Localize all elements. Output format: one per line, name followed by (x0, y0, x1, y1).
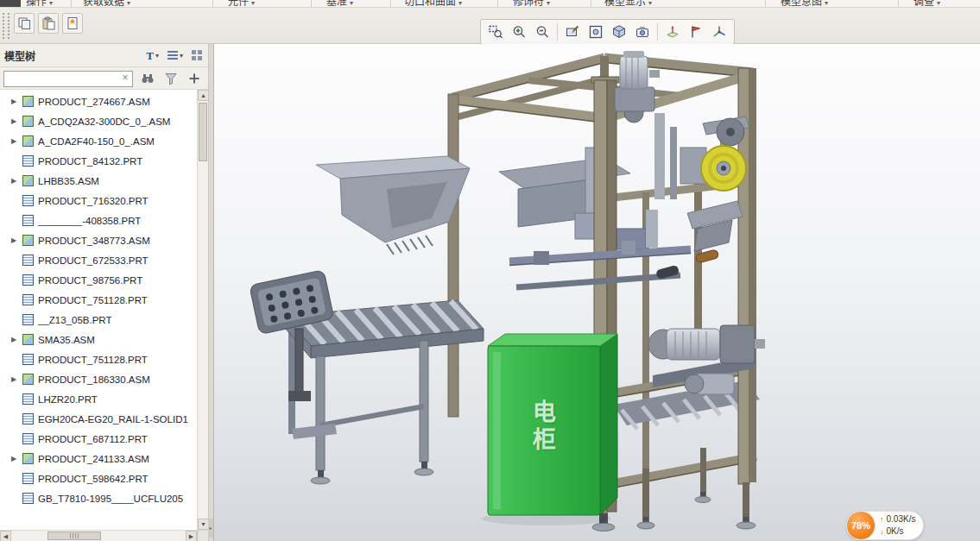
add-column-button[interactable] (186, 70, 203, 87)
clipboard-paste-icon-button[interactable] (38, 13, 59, 34)
graphics-area[interactable]: 电柜 (214, 44, 980, 541)
duplicate-icon-button[interactable] (14, 13, 35, 34)
chevron-down-icon: ▾ (180, 52, 183, 60)
tree-row[interactable]: ▶ EGH20CA-EG20_RAIL-1-SOLID1 (0, 409, 197, 429)
usage-badge[interactable]: 78% (846, 511, 876, 540)
repaint-icon (565, 24, 580, 40)
favorite-document-icon-button[interactable]: * (62, 13, 83, 34)
ribbon-strip: 操作▾ 获取数据▾ 元件▾ 基准▾ 切口和曲面▾ 修饰符▾ 模型显示▾ 模型意图… (0, 0, 980, 8)
refit-button[interactable] (585, 22, 607, 42)
model-name: PRODUCT_598642.PRT (38, 474, 149, 484)
tree-row[interactable]: ▶ LHBB35.ASM (0, 171, 197, 191)
ribbon-group-datum[interactable]: 基准▾ (326, 0, 353, 8)
ribbon-group-model-intent[interactable]: 模型意图▾ (781, 0, 828, 8)
scroll-right-icon[interactable]: ▶ (186, 531, 197, 541)
datum-display-button[interactable] (661, 22, 684, 42)
model-name: PRODUCT_348773.ASM (38, 236, 150, 246)
tree-row[interactable]: ▶ PRODUCT_672533.PRT (0, 250, 197, 270)
panel-splitter[interactable]: ▸ (208, 44, 213, 541)
hopper-chute[interactable] (316, 156, 470, 255)
tree-row[interactable]: ▶ PRODUCT_98756.PRT (0, 270, 197, 290)
network-monitor-overlay[interactable]: 78% ↑0.03K/s ↓0K/s (846, 511, 924, 540)
expand-arrow-icon[interactable]: ▶ (11, 375, 22, 383)
tree-row[interactable]: ▶ SMA35.ASM (0, 330, 197, 349)
tree-row[interactable]: ▶ PRODUCT_241133.ASM (0, 449, 197, 469)
expand-arrow-icon[interactable]: ▶ (11, 177, 22, 185)
tree-display-options-button[interactable]: ▾ (166, 47, 185, 64)
model-name: LHBB35.ASM (38, 176, 99, 186)
tree-horizontal-scrollbar[interactable]: ◀ ▶ (0, 530, 208, 541)
ribbon-group-component[interactable]: 元件▾ (228, 0, 255, 8)
tree-row[interactable]: ▶ PRODUCT_274667.ASM (0, 91, 197, 111)
ribbon-group-operations[interactable]: 操作▾ (26, 0, 53, 8)
tree-row[interactable]: ▶ PRODUCT_348773.ASM (0, 230, 197, 250)
ribbon-group-get-data[interactable]: 获取数据▾ (83, 0, 130, 8)
expand-arrow-icon[interactable]: ▶ (11, 137, 22, 145)
scroll-track[interactable] (198, 101, 208, 519)
scroll-thumb[interactable] (199, 103, 207, 161)
chevron-down-icon: ▾ (350, 0, 353, 7)
model-name: LHZR20.PRT (38, 394, 98, 405)
toolbar-band: * (0, 8, 980, 44)
scroll-left-icon[interactable]: ◀ (0, 531, 11, 541)
expand-arrow-icon[interactable]: ▶ (11, 117, 22, 125)
model-name: PRODUCT_84132.PRT (38, 156, 142, 167)
scroll-down-icon[interactable]: ▼ (198, 519, 208, 530)
saved-orientations-button[interactable] (631, 22, 654, 42)
zoom-in-button[interactable] (508, 22, 530, 42)
expand-arrow-icon[interactable]: ▶ (11, 98, 22, 105)
tree-row[interactable]: ▶ __Z13_05B.PRT (0, 310, 197, 330)
annotation-display-button[interactable] (685, 22, 707, 42)
tree-filters-button[interactable] (162, 70, 180, 87)
tree-row[interactable]: ▶ GB_T7810-1995____UCFLU205 (0, 488, 197, 508)
chevron-down-icon: ▾ (547, 0, 550, 7)
find-in-tree-button[interactable] (139, 70, 156, 87)
repaint-button[interactable] (561, 22, 584, 42)
spin-center-button[interactable] (708, 22, 730, 42)
scroll-up-icon[interactable]: ▲ (198, 90, 208, 101)
model-type-icon (22, 135, 34, 147)
tree-row[interactable]: ▶ A_CDQ2A32-300DC_0_.ASM (0, 111, 197, 131)
clear-search-icon[interactable]: × (119, 72, 131, 84)
ribbon-group-modifiers[interactable]: 修饰符▾ (513, 0, 550, 8)
zoom-in-icon (511, 24, 527, 40)
ribbon-group-cut-surface[interactable]: 切口和曲面▾ (404, 0, 462, 8)
expand-arrow-icon[interactable]: ▶ (11, 236, 22, 244)
model-type-icon (22, 393, 34, 405)
tree-row[interactable]: ▶ PRODUCT_716320.PRT (0, 191, 197, 211)
scroll-track[interactable] (11, 531, 186, 541)
chevron-down-icon: ▾ (251, 0, 255, 7)
tree-row[interactable]: ▶ PRODUCT_84132.PRT (0, 151, 197, 171)
scroll-thumb[interactable] (47, 532, 101, 540)
model-name: PRODUCT_751128.PRT (38, 295, 148, 305)
tree-row[interactable]: ▶ PRODUCT_751128.PRT (0, 290, 197, 310)
expand-arrow-icon[interactable]: ▶ (11, 455, 22, 462)
tree-filter-button[interactable]: T▾ (144, 47, 161, 64)
expand-arrow-icon[interactable]: ▶ (11, 336, 22, 343)
toolbar-grip[interactable] (3, 13, 9, 39)
model-type-icon (22, 453, 34, 464)
tree-row[interactable]: ▶ LHZR20.PRT (0, 389, 197, 409)
ribbon-group-model-display[interactable]: 模型显示▾ (604, 0, 652, 8)
ribbon-group-investigate[interactable]: 调查▾ (914, 0, 940, 8)
tree-settings-button[interactable] (190, 47, 204, 64)
starred-doc-icon: * (65, 16, 80, 31)
model-type-icon (22, 493, 34, 504)
model-name: ________-408358.PRT (38, 216, 141, 226)
display-style-button[interactable] (608, 22, 630, 42)
zoom-box-button[interactable] (484, 22, 507, 42)
tree-row[interactable]: ▶ PRODUCT_186330.ASM (0, 369, 197, 389)
tree-row[interactable]: ▶ ________-408358.PRT (0, 211, 197, 230)
model-name: PRODUCT_672533.PRT (38, 255, 149, 266)
chevron-down-icon: ▾ (155, 52, 159, 60)
tree-vertical-scrollbar[interactable]: ▲ ▼ (197, 90, 208, 530)
tree-row[interactable]: ▶ PRODUCT_687112.PRT (0, 429, 197, 449)
panel-collapse-icon[interactable]: ▸ (208, 519, 213, 538)
zoom-out-button[interactable] (531, 22, 553, 42)
chevron-down-icon: ▾ (937, 0, 940, 7)
plus-icon (187, 71, 202, 86)
tree-row[interactable]: ▶ PRODUCT_598642.PRT (0, 469, 197, 488)
tree-search-input[interactable] (3, 71, 133, 87)
tree-row[interactable]: ▶ A_CDA2F40-150_0_.ASM (0, 131, 197, 151)
tree-row[interactable]: ▶ PRODUCT_751128.PRT (0, 349, 197, 369)
